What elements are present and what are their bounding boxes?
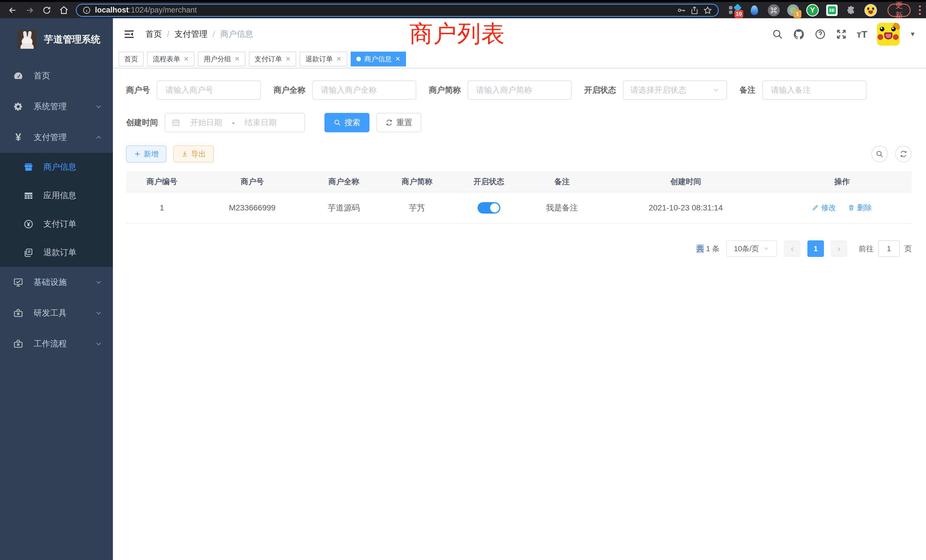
edit-pencil-icon bbox=[812, 204, 819, 211]
password-key-icon[interactable] bbox=[677, 6, 686, 15]
full-name-input[interactable] bbox=[312, 80, 416, 100]
extensions-puzzle-icon[interactable] bbox=[845, 4, 858, 17]
extension-command-icon[interactable] bbox=[767, 4, 780, 17]
avatar-caret-icon[interactable]: ▼ bbox=[909, 30, 916, 38]
table-row: 1 M233666999 芋道源码 芋艿 我是备注 2021-10-23 08:… bbox=[126, 192, 912, 224]
goto-page-input[interactable] bbox=[878, 241, 900, 257]
sidebar-item-label: 首页 bbox=[34, 70, 103, 82]
tab-merchant-info[interactable]: 商户信息✕ bbox=[351, 51, 406, 67]
browser-back-button[interactable] bbox=[5, 3, 20, 17]
close-icon[interactable]: ✕ bbox=[235, 55, 239, 63]
tab-label: 退款订单 bbox=[305, 54, 333, 64]
sidebar-item-pay-order[interactable]: 支付订单 bbox=[0, 210, 113, 238]
sidebar-item-dev-tools[interactable]: 研发工具 bbox=[0, 298, 113, 328]
toggle-search-button[interactable] bbox=[871, 146, 888, 162]
tab-pay-order[interactable]: 支付订单✕ bbox=[249, 51, 296, 67]
breadcrumb-current: 商户信息 bbox=[220, 29, 253, 40]
extension-ghost-icon[interactable]: 1 bbox=[787, 4, 800, 17]
export-button[interactable]: 导出 bbox=[173, 145, 214, 162]
full-name-label: 商户全称 bbox=[274, 85, 305, 95]
short-name-input[interactable] bbox=[468, 80, 572, 100]
command-icon bbox=[768, 4, 780, 16]
refresh-icon bbox=[386, 119, 393, 126]
short-name-label: 商户简称 bbox=[429, 85, 461, 95]
status-toggle[interactable] bbox=[478, 202, 500, 213]
remark-input[interactable] bbox=[763, 80, 866, 100]
extension-badge: 1 bbox=[793, 10, 801, 18]
tab-label: 流程表单 bbox=[153, 54, 180, 64]
reset-button[interactable]: 重置 bbox=[376, 113, 421, 132]
next-page-button[interactable]: › bbox=[831, 241, 847, 257]
header-search-icon[interactable] bbox=[772, 29, 783, 40]
fullscreen-icon[interactable] bbox=[836, 29, 847, 40]
close-icon[interactable]: ✕ bbox=[395, 55, 400, 63]
extension-tabs-icon[interactable]: 10 bbox=[728, 4, 741, 17]
merchant-no-input[interactable] bbox=[157, 80, 261, 100]
sidebar-item-home[interactable]: 首页 bbox=[0, 61, 113, 91]
extension-green-square-icon[interactable] bbox=[825, 4, 838, 17]
tab-process-form[interactable]: 流程表单✕ bbox=[147, 51, 194, 67]
edit-link[interactable]: 修改 bbox=[812, 203, 836, 213]
sidebar-item-workflow[interactable]: 工作流程 bbox=[0, 328, 113, 359]
extension-y-icon[interactable]: Y bbox=[806, 4, 819, 17]
start-date-input[interactable] bbox=[185, 118, 227, 127]
chevron-down-icon bbox=[95, 278, 103, 286]
close-icon[interactable]: ✕ bbox=[184, 55, 189, 63]
tab-home[interactable]: 首页 bbox=[119, 51, 144, 67]
refresh-table-button[interactable] bbox=[895, 146, 912, 162]
sidebar-item-label: 支付管理 bbox=[34, 132, 95, 143]
sidebar-item-infrastructure[interactable]: 基础设施 bbox=[0, 267, 113, 298]
close-icon[interactable]: ✕ bbox=[336, 55, 341, 63]
browser-forward-button[interactable] bbox=[22, 3, 37, 17]
date-range-picker[interactable]: - bbox=[165, 113, 305, 132]
sidebar-collapse-button[interactable] bbox=[123, 28, 135, 40]
site-info-icon[interactable] bbox=[82, 6, 91, 15]
sidebar-item-app-info[interactable]: 应用信息 bbox=[0, 182, 113, 210]
help-icon[interactable] bbox=[814, 29, 826, 40]
search-button-label: 搜索 bbox=[344, 117, 360, 128]
url-text: localhost:1024/pay/merchant bbox=[95, 6, 673, 15]
search-button[interactable]: 搜索 bbox=[324, 113, 369, 132]
sidebar-item-system[interactable]: 系统管理 bbox=[0, 91, 113, 122]
font-size-icon[interactable]: тT bbox=[857, 29, 867, 40]
tab-refund-order[interactable]: 退款订单✕ bbox=[300, 51, 347, 67]
github-icon[interactable] bbox=[793, 28, 805, 40]
export-button-label: 导出 bbox=[191, 149, 206, 159]
download-icon bbox=[181, 151, 188, 157]
cell-full-name: 芋道源码 bbox=[307, 192, 381, 224]
add-button[interactable]: 新增 bbox=[126, 145, 166, 162]
add-button-label: 新增 bbox=[144, 149, 159, 159]
breadcrumb-payment[interactable]: 支付管理 bbox=[174, 29, 207, 40]
breadcrumb-home[interactable]: 首页 bbox=[145, 29, 162, 40]
breadcrumb-separator: / bbox=[167, 30, 169, 39]
create-time-label: 创建时间 bbox=[126, 117, 158, 128]
browser-reload-button[interactable] bbox=[39, 3, 54, 17]
page-size-select[interactable]: 10条/页 bbox=[726, 241, 777, 257]
user-avatar[interactable] bbox=[877, 23, 900, 45]
share-icon[interactable] bbox=[690, 6, 699, 15]
browser-menu-button[interactable] bbox=[918, 5, 921, 15]
tab-user-group[interactable]: 用户分组✕ bbox=[198, 51, 245, 67]
delete-link[interactable]: 删除 bbox=[848, 203, 872, 213]
end-date-input[interactable] bbox=[239, 118, 282, 127]
sidebar-item-payment[interactable]: ¥ 支付管理 bbox=[0, 122, 113, 153]
profile-avatar-icon[interactable] bbox=[864, 4, 877, 17]
chevron-down-icon bbox=[95, 309, 103, 317]
browser-toolbar: localhost:1024/pay/merchant 10 1 Y 更新 bbox=[0, 0, 926, 18]
green-square-icon bbox=[826, 5, 838, 16]
page-1-button[interactable]: 1 bbox=[807, 241, 824, 257]
cell-operation: 修改 删除 bbox=[772, 192, 912, 224]
top-navbar: 首页 / 支付管理 / 商户信息 тT ▼ bbox=[113, 18, 926, 50]
sidebar-item-refund-order[interactable]: 退款订单 bbox=[0, 238, 113, 267]
bookmark-star-icon[interactable] bbox=[703, 6, 712, 15]
browser-update-button[interactable]: 更新 bbox=[888, 4, 911, 17]
close-icon[interactable]: ✕ bbox=[285, 55, 291, 63]
extension-drop-icon[interactable] bbox=[748, 4, 761, 17]
sidebar-item-merchant-info[interactable]: 商户信息 bbox=[0, 153, 113, 182]
prev-page-button[interactable]: ‹ bbox=[784, 241, 800, 257]
sidebar-logo[interactable]: 芋道管理系统 bbox=[0, 18, 113, 61]
update-label: 更新 bbox=[895, 0, 903, 21]
status-select[interactable]: 请选择开启状态 bbox=[623, 80, 727, 100]
address-bar[interactable]: localhost:1024/pay/merchant bbox=[76, 4, 719, 17]
browser-home-button[interactable] bbox=[56, 3, 71, 17]
